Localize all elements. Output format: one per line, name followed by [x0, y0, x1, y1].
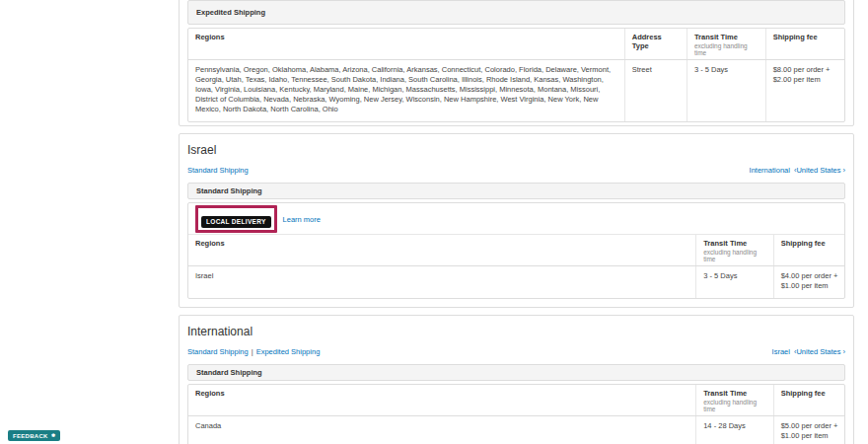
table-header-row: Regions Transit Time excluding handling … — [188, 235, 844, 266]
learn-more-link[interactable]: Learn more — [283, 215, 321, 224]
israel-standard-table: Regions Transit Time excluding handling … — [188, 235, 844, 298]
feedback-button[interactable]: FEEDBACK ✱ — [8, 430, 60, 441]
local-delivery-row: LOCAL DELIVERY Learn more — [188, 203, 844, 235]
us-expedited-table: Regions Address Type Transit Time exclud… — [188, 29, 844, 121]
fee-per-item: $1.00 per item — [781, 431, 837, 441]
us-expedited-table-box: Regions Address Type Transit Time exclud… — [187, 28, 845, 122]
israel-link-row: Standard Shipping International ‹United … — [187, 166, 845, 175]
international-nav-right: Israel ‹United States › — [772, 347, 845, 356]
regions-cell: Canada — [188, 416, 696, 444]
transit-time-cell: 3 - 5 Days — [696, 266, 773, 299]
transit-time-label: Transit Time — [703, 389, 765, 398]
transit-time-cell: 14 - 28 Days — [696, 416, 773, 444]
transit-time-note: excluding handling time — [703, 249, 765, 262]
column-header-regions: Regions — [188, 385, 696, 416]
column-header-shipping-fee: Shipping fee — [773, 235, 844, 266]
transit-time-note: excluding handling time — [703, 399, 765, 412]
column-header-transit-time: Transit Time excluding handling time — [696, 235, 773, 266]
link-separator: | — [252, 347, 253, 356]
israel-nav-right: International ‹United States › — [750, 166, 845, 175]
international-standard-table: Regions Transit Time excluding handling … — [188, 385, 844, 444]
table-title: Standard Shipping — [196, 368, 262, 377]
international-standard-title-bar: Standard Shipping — [187, 364, 845, 381]
us-expedited-title-bar: Expedited Shipping — [187, 0, 845, 25]
table-header-row: Regions Transit Time excluding handling … — [188, 385, 844, 416]
international-link-row: Standard Shipping | Expedited Shipping I… — [187, 347, 845, 356]
international-standard-shipping-link[interactable]: Standard Shipping — [187, 347, 249, 356]
fee-per-item: $1.00 per item — [781, 281, 837, 291]
israel-standard-title-bar: Standard Shipping — [187, 183, 845, 199]
column-header-transit-time: Transit Time excluding handling time — [687, 29, 765, 60]
column-header-regions: Regions — [188, 29, 624, 60]
section-heading-international: International — [187, 325, 845, 338]
table-row: Israel 3 - 5 Days $4.00 per order + $1.0… — [188, 266, 844, 299]
column-header-transit-time: Transit Time excluding handling time — [696, 385, 773, 416]
feedback-icon: ✱ — [51, 433, 56, 438]
section-heading-israel: Israel — [187, 143, 845, 157]
international-standard-table-box: Regions Transit Time excluding handling … — [187, 384, 845, 444]
regions-cell: Pennsylvania, Oregon, Oklahoma, Alabama,… — [188, 60, 624, 122]
shipping-fee-cell: $8.00 per order + $2.00 per item — [765, 60, 844, 122]
international-expedited-shipping-link[interactable]: Expedited Shipping — [256, 347, 321, 356]
fee-per-order: $8.00 per order + — [773, 65, 837, 75]
regions-cell: Israel — [188, 266, 696, 299]
shipping-fee-cell: $4.00 per order + $1.00 per item — [773, 266, 844, 299]
fee-per-item: $2.00 per item — [773, 75, 837, 85]
nav-israel-link[interactable]: Israel — [772, 347, 790, 356]
table-title: Standard Shipping — [196, 186, 262, 195]
feedback-label: FEEDBACK — [13, 433, 48, 439]
international-section: International Standard Shipping | Expedi… — [179, 315, 854, 444]
transit-time-label: Transit Time — [703, 239, 765, 248]
israel-standard-table-box: LOCAL DELIVERY Learn more Regions Transi… — [187, 202, 845, 299]
table-row: Pennsylvania, Oregon, Oklahoma, Alabama,… — [188, 60, 844, 122]
fee-per-order: $5.00 per order + — [781, 421, 837, 431]
column-header-address-type: Address Type — [624, 29, 687, 60]
transit-time-note: excluding handling time — [694, 42, 759, 56]
address-type-cell: Street — [624, 60, 687, 122]
table-title: Expedited Shipping — [196, 8, 265, 17]
column-header-regions: Regions — [188, 235, 696, 266]
table-header-row: Regions Address Type Transit Time exclud… — [188, 29, 844, 60]
table-row: Canada 14 - 28 Days $5.00 per order + $1… — [188, 416, 844, 444]
nav-united-states-link[interactable]: ‹United States › — [794, 347, 845, 356]
column-header-shipping-fee: Shipping fee — [773, 385, 844, 416]
us-shipping-card: Expedited Shipping Regions Address Type … — [179, 0, 854, 126]
transit-time-label: Transit Time — [694, 33, 759, 41]
nav-international-link[interactable]: International — [750, 166, 790, 175]
fee-per-order: $4.00 per order + — [781, 271, 837, 281]
column-header-shipping-fee: Shipping fee — [765, 29, 844, 60]
local-delivery-badge: LOCAL DELIVERY — [201, 216, 271, 228]
shipping-fee-cell: $5.00 per order + $1.00 per item — [773, 416, 844, 444]
annotation-highlight-box: LOCAL DELIVERY — [195, 205, 277, 233]
nav-united-states-link[interactable]: ‹United States › — [794, 166, 845, 175]
transit-time-cell: 3 - 5 Days — [687, 60, 765, 122]
shipping-settings-content: Expedited Shipping Regions Address Type … — [179, 0, 854, 444]
israel-standard-shipping-link[interactable]: Standard Shipping — [187, 166, 249, 175]
israel-section: Israel Standard Shipping International ‹… — [179, 133, 854, 308]
